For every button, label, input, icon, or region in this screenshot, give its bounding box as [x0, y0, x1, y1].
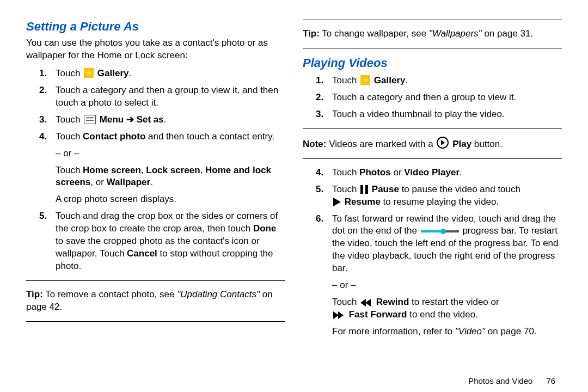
- step-text: to end the video.: [407, 309, 477, 320]
- video-player-label: Video Player: [404, 167, 460, 177]
- note-right: Note: Videos are marked with a Play butt…: [303, 137, 562, 151]
- manual-page: Setting a Picture As You can use the pho…: [0, 0, 588, 392]
- step-4-alt: Touch Home screen, Lock screen, Home and…: [56, 164, 285, 189]
- resume-label: Resume: [345, 197, 381, 207]
- gallery-icon: [360, 75, 370, 85]
- tip-text: on page 31.: [482, 28, 534, 39]
- step-text: Touch: [332, 184, 359, 194]
- steps-left: Touch Gallery. Touch a category and then…: [26, 68, 285, 273]
- pause-label: Pause: [372, 184, 399, 194]
- step-text: Touch: [332, 167, 359, 177]
- contact-photo-label: Contact photo: [83, 131, 145, 142]
- step-text: , or: [90, 177, 106, 187]
- page-footer: Photos and Video76: [468, 376, 555, 385]
- step-1-right: Touch Gallery.: [303, 75, 562, 87]
- step-text: Touch: [332, 297, 359, 307]
- video-ref-label: "Video": [455, 326, 485, 336]
- step-text: Touch: [56, 68, 83, 78]
- rule: [26, 321, 285, 322]
- lock-screen-label: Lock screen: [146, 165, 200, 175]
- video-ref: For more information, refer to "Video" o…: [303, 326, 562, 338]
- tip-left: Tip: To remove a contact photo, see "Upd…: [26, 289, 285, 314]
- step-6-alt: Touch Rewind to restart the video or Fas…: [332, 296, 562, 321]
- section-heading-right: Playing Videos: [303, 56, 562, 70]
- step-text: .: [405, 75, 408, 85]
- rule: [303, 158, 562, 159]
- fast-forward-label: Fast Forward: [349, 309, 407, 320]
- tip-label: Tip:: [26, 289, 43, 299]
- menu-label: Menu ➔ Set as: [100, 114, 164, 125]
- or-divider: – or –: [332, 279, 562, 292]
- step-text: .: [460, 167, 462, 177]
- step-text: ,: [200, 165, 205, 175]
- gallery-icon: [84, 68, 94, 78]
- play-label: Play: [452, 139, 471, 149]
- step-text: .: [128, 68, 131, 78]
- step-2-right: Touch a category and then a group to vie…: [303, 91, 562, 104]
- updating-contacts-ref: "Updating Contacts": [177, 289, 260, 299]
- home-screen-label: Home screen: [83, 165, 141, 175]
- menu-icon: [84, 115, 96, 124]
- ref-text: For more information, refer to: [332, 326, 455, 336]
- step-5-left: Touch and drag the crop box or the sides…: [26, 210, 285, 273]
- cancel-label: Cancel: [127, 248, 157, 259]
- footer-section: Photos and Video: [468, 376, 532, 385]
- tip-label: Tip:: [303, 28, 320, 39]
- note-text: button.: [471, 139, 503, 149]
- step-text: Touch: [332, 75, 359, 85]
- step-text: .: [150, 177, 153, 187]
- crop-note: A crop photo screen displays.: [56, 193, 285, 206]
- rewind-label: Rewind: [376, 297, 409, 307]
- rewind-icon: [360, 299, 372, 307]
- rule: [303, 128, 562, 129]
- rule: [26, 280, 285, 281]
- left-column: Setting a Picture As You can use the pho…: [24, 20, 294, 385]
- rule: [303, 20, 562, 20]
- step-text: Touch and drag the crop box or the sides…: [56, 211, 278, 234]
- wallpaper-label: Wallpaper: [107, 177, 151, 187]
- step-4-left: Touch Contact photo and then touch a con…: [26, 131, 285, 206]
- wallpapers-ref: "Wallpapers": [429, 28, 482, 39]
- or-divider: – or –: [56, 148, 285, 160]
- step-text: to restart the video or: [409, 297, 499, 307]
- step-text: to pause the video and touch: [399, 184, 520, 194]
- gallery-label: Gallery: [374, 75, 406, 85]
- ref-text: on page 70.: [485, 326, 537, 336]
- play-circle-icon: [437, 137, 449, 149]
- step-4-right: Touch Photos or Video Player.: [303, 167, 562, 179]
- done-label: Done: [253, 223, 277, 234]
- step-text: .: [164, 114, 167, 125]
- section-intro-left: You can use the photos you take as a con…: [26, 37, 285, 62]
- tip-right-top: Tip: To change wallpaper, see "Wallpaper…: [303, 28, 562, 40]
- step-text: ,: [141, 165, 146, 175]
- step-2-left: Touch a category and then a group to vie…: [26, 84, 285, 109]
- pause-icon: [360, 185, 368, 194]
- step-1-left: Touch Gallery.: [26, 68, 285, 80]
- play-triangle-icon: [333, 198, 341, 206]
- step-text: and then touch a contact entry.: [145, 131, 274, 142]
- step-3-right: Touch a video thumbnail to play the vide…: [303, 108, 562, 121]
- step-text: Touch: [56, 114, 83, 125]
- gallery-label: Gallery: [97, 68, 129, 78]
- photos-label: Photos: [359, 167, 391, 177]
- step-text: Touch: [56, 131, 83, 142]
- tip-text: To change wallpaper, see: [320, 28, 429, 39]
- note-text: Videos are marked with a: [326, 139, 436, 149]
- step-text: Touch: [56, 165, 83, 175]
- section-heading-left: Setting a Picture As: [26, 20, 285, 34]
- right-column: Tip: To change wallpaper, see "Wallpaper…: [294, 20, 564, 385]
- step-3-left: Touch Menu ➔ Set as.: [26, 114, 285, 126]
- fast-forward-icon: [333, 311, 345, 319]
- step-6-right: To fast forward or rewind the video, tou…: [303, 213, 562, 322]
- steps-right-b: Touch Photos or Video Player. Touch Paus…: [303, 167, 562, 321]
- step-text: to resume playing the video.: [381, 197, 499, 207]
- note-label: Note:: [303, 139, 326, 149]
- footer-page-number: 76: [546, 376, 555, 385]
- tip-text: To remove a contact photo, see: [43, 289, 177, 299]
- step-5-right: Touch Pause to pause the video and touch…: [303, 183, 562, 209]
- rule: [303, 48, 562, 48]
- progress-bar-icon: [421, 230, 459, 232]
- step-text: or: [391, 167, 405, 177]
- steps-right-a: Touch Gallery. Touch a category and then…: [303, 75, 562, 121]
